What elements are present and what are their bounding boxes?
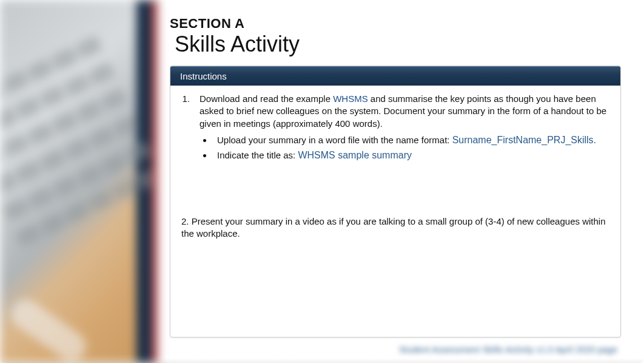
sub-item-a-text: Upload your summary in a word file with … bbox=[217, 134, 609, 147]
bullet-icon bbox=[203, 139, 206, 142]
footer-blurred-text: Student Assessment Skills Activity v1.0 … bbox=[399, 345, 617, 355]
main-content: SECTION A Skills Activity Instructions 1… bbox=[158, 0, 644, 363]
sub-item-a: Upload your summary in a word file with … bbox=[200, 134, 609, 147]
title-value: WHSMS sample summary bbox=[298, 150, 412, 160]
item-1-text-before: Download and read the example bbox=[200, 93, 333, 104]
activity-title: Skills Activity bbox=[175, 32, 621, 57]
page-container: SECTION A Skills Activity Instructions 1… bbox=[0, 0, 644, 363]
keyboard-illustration bbox=[0, 35, 158, 256]
left-decorative-sidebar bbox=[0, 0, 158, 363]
sub-a-prefix: Upload your summary in a word file with … bbox=[217, 135, 452, 145]
sub-b-prefix: Indicate the title as: bbox=[217, 150, 298, 160]
instruction-item-2: 2. Present your summary in a video as if… bbox=[181, 215, 609, 240]
section-label: SECTION A bbox=[170, 16, 621, 32]
sub-item-b: Indicate the title as: WHSMS sample summ… bbox=[200, 149, 609, 162]
pencil-illustration bbox=[5, 294, 92, 363]
instruction-body: 1. Download and read the example WHSMS a… bbox=[170, 86, 620, 337]
page-bottom-shadow bbox=[0, 358, 644, 363]
item-1-text: Download and read the example WHSMS and … bbox=[200, 93, 609, 165]
instruction-bar-label: Instructions bbox=[170, 66, 620, 86]
instruction-box: Instructions 1. Download and read the ex… bbox=[170, 66, 621, 338]
sub-item-b-text: Indicate the title as: WHSMS sample summ… bbox=[217, 149, 609, 162]
item-1-number: 1. bbox=[181, 93, 190, 165]
filename-format: Surname_FirstName_PRJ_Skills. bbox=[452, 135, 596, 145]
item-1-sublist: Upload your summary in a word file with … bbox=[200, 134, 609, 162]
bullet-icon bbox=[203, 154, 206, 157]
instruction-item-1: 1. Download and read the example WHSMS a… bbox=[181, 93, 609, 165]
whsms-link[interactable]: WHSMS bbox=[333, 93, 368, 104]
